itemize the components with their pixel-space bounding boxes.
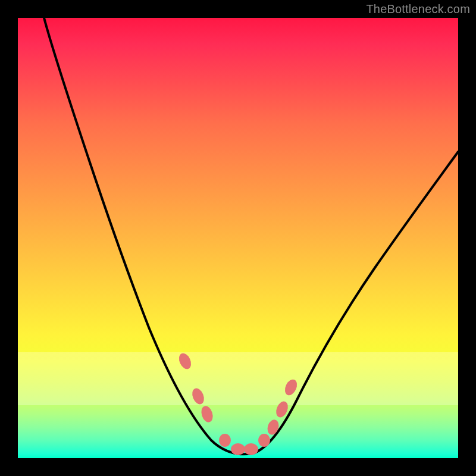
curve-bead bbox=[219, 434, 231, 447]
curve-bead bbox=[265, 418, 280, 436]
bead-group bbox=[177, 352, 299, 455]
chart-frame: TheBottleneck.com bbox=[0, 0, 476, 476]
curve-bead bbox=[244, 443, 258, 455]
bottleneck-curve bbox=[44, 18, 458, 454]
plot-area bbox=[18, 18, 458, 458]
curve-bead bbox=[283, 378, 299, 397]
curve-bead bbox=[190, 387, 206, 406]
watermark-text: TheBottleneck.com bbox=[366, 2, 470, 16]
curve-bead bbox=[199, 405, 215, 424]
curve-bead bbox=[231, 443, 245, 455]
curve-bead bbox=[258, 434, 270, 447]
curve-layer bbox=[18, 18, 458, 458]
curve-bead bbox=[177, 352, 193, 371]
